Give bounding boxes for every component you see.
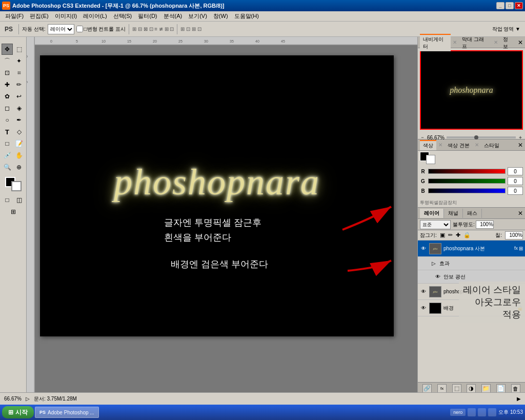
layer-eye-phoshopnara[interactable]: 👁 bbox=[420, 288, 427, 295]
menu-window[interactable]: 창(W) bbox=[210, 11, 231, 22]
distribute-controls: ⊞ ⊡ ⊞ ⊡ bbox=[180, 26, 201, 32]
layer-thumb-background bbox=[429, 303, 441, 314]
navigator-close[interactable]: ✕ bbox=[518, 39, 523, 46]
menu-view[interactable]: 보기(V) bbox=[185, 11, 210, 22]
layer-item-outer-glow[interactable]: 👁 안보 광선 bbox=[418, 270, 525, 284]
scroll-right[interactable]: ▶ bbox=[517, 396, 521, 402]
brush-tool[interactable]: ✏ bbox=[13, 79, 25, 90]
svg-text:45: 45 bbox=[281, 39, 285, 43]
layer-eye-effect-group[interactable]: ▷ bbox=[430, 260, 437, 267]
menu-analysis[interactable]: 분석(A) bbox=[160, 11, 186, 22]
text-tool[interactable]: T bbox=[2, 126, 13, 137]
navigator-tab[interactable]: 내비게이터 bbox=[420, 34, 451, 51]
color-swatches[interactable] bbox=[5, 177, 22, 191]
dodge-tool[interactable]: ○ bbox=[2, 114, 13, 126]
quickmask-mode[interactable]: ◫ bbox=[13, 194, 25, 206]
minimize-button[interactable]: _ bbox=[496, 2, 504, 9]
standard-mode[interactable]: □ bbox=[2, 194, 13, 206]
color-panel-close[interactable]: ✕ bbox=[518, 142, 523, 149]
maximize-button[interactable]: □ bbox=[506, 2, 514, 9]
lasso-tool[interactable]: ⌒ bbox=[2, 55, 13, 67]
heal-tool[interactable]: ✚ bbox=[2, 79, 13, 90]
b-slider[interactable] bbox=[428, 188, 506, 193]
layer-eye-copy[interactable]: 👁 bbox=[420, 245, 427, 252]
menu-edit[interactable]: 편집(E) bbox=[27, 11, 52, 22]
b-value[interactable]: 0 bbox=[508, 187, 523, 195]
layers-tabs: 레이어 채널 패스 bbox=[420, 209, 482, 218]
hand-tool[interactable]: ✋ bbox=[13, 150, 25, 161]
link-layers-btn[interactable]: 🔗 bbox=[422, 384, 432, 393]
styles-tab[interactable]: 스타일 bbox=[481, 140, 502, 150]
stamp-tool[interactable]: ✿ bbox=[2, 91, 13, 102]
wand-tool[interactable]: ✦ bbox=[13, 55, 25, 67]
crop-tool[interactable]: ⊡ bbox=[2, 67, 13, 78]
delete-layer-btn[interactable]: 🗑 bbox=[511, 384, 520, 393]
background-color[interactable] bbox=[11, 181, 22, 191]
shape-tool[interactable]: □ bbox=[2, 138, 13, 149]
opacity-input[interactable] bbox=[476, 221, 494, 229]
swatches-tab[interactable]: 색상 견본 bbox=[445, 140, 473, 150]
layer-item-background[interactable]: 👁 배경 🔒 bbox=[418, 300, 525, 316]
workspace-btn[interactable]: 작업 영역 ▼ bbox=[490, 24, 523, 34]
background-swatch[interactable] bbox=[426, 155, 435, 164]
g-slider[interactable] bbox=[428, 178, 506, 184]
new-layer-btn[interactable]: 📄 bbox=[496, 384, 506, 393]
r-value[interactable]: 0 bbox=[508, 167, 523, 175]
move-tool[interactable]: ✥ bbox=[2, 44, 13, 55]
channels-tab[interactable]: 채널 bbox=[444, 209, 463, 218]
info-tab[interactable]: 정보 bbox=[500, 34, 516, 51]
notes-tool[interactable]: 📝 bbox=[13, 138, 25, 149]
layer-item-phoshopnara[interactable]: 👁 pho phoshopnara bbox=[418, 284, 525, 300]
lock-transparent[interactable]: ▣ bbox=[440, 232, 445, 238]
path-tool[interactable]: ◇ bbox=[13, 126, 25, 137]
menu-image[interactable]: 이미지(I) bbox=[52, 11, 80, 22]
r-slider[interactable] bbox=[428, 169, 506, 174]
fg-bg-swatches[interactable] bbox=[420, 152, 435, 164]
marquee-tool[interactable]: ⬚ bbox=[13, 44, 25, 55]
lock-image[interactable]: ✏ bbox=[448, 232, 453, 238]
g-value[interactable]: 0 bbox=[508, 177, 523, 185]
layer-item-copy[interactable]: 👁 pho phoshopnara 사본 fx ⊞ bbox=[418, 241, 525, 257]
taskbar-photoshop[interactable]: PS Adobe Photoshop ... bbox=[35, 407, 99, 418]
window-controls[interactable]: _ □ ✕ bbox=[496, 2, 523, 9]
auto-select-dropdown[interactable]: 레이어 bbox=[48, 24, 74, 34]
history-tool[interactable]: ↩ bbox=[13, 91, 25, 102]
eraser-tool[interactable]: ◻ bbox=[2, 103, 13, 114]
zoom-slider[interactable] bbox=[447, 136, 516, 138]
menu-help[interactable]: 도움말(H) bbox=[231, 11, 262, 22]
lock-all[interactable]: 🔒 bbox=[463, 232, 471, 238]
menu-file[interactable]: 파일(F) bbox=[2, 11, 27, 22]
histogram-tab[interactable]: 막대 그래프 bbox=[459, 34, 491, 51]
layers-close[interactable]: ✕ bbox=[518, 210, 523, 217]
extra-tool[interactable]: ⊕ bbox=[13, 162, 25, 173]
zoom-tool[interactable]: 🔍 bbox=[2, 162, 13, 173]
layers-tab[interactable]: 레이어 bbox=[420, 209, 444, 218]
layer-item-effect-group[interactable]: ▷ 효과 bbox=[418, 257, 525, 270]
transform-controls-checkbox[interactable] bbox=[76, 26, 83, 32]
eyedropper-tool[interactable]: 💉 bbox=[2, 150, 13, 161]
paths-tab[interactable]: 패스 bbox=[463, 209, 482, 218]
add-style-btn[interactable]: fx bbox=[437, 384, 447, 393]
start-button[interactable]: ⊞ 시작 bbox=[2, 406, 34, 418]
layer-eye-outer-glow[interactable]: 👁 bbox=[434, 273, 441, 281]
new-adjustment-btn[interactable]: ◑ bbox=[467, 384, 476, 393]
menu-filter[interactable]: 필터(D) bbox=[135, 11, 160, 22]
zoom-thumb[interactable] bbox=[474, 135, 478, 139]
pen-tool[interactable]: ✒ bbox=[13, 114, 25, 126]
close-button[interactable]: ✕ bbox=[515, 2, 523, 9]
layer-eye-background[interactable]: 👁 bbox=[420, 305, 427, 312]
menu-select[interactable]: 선택(S) bbox=[110, 11, 135, 22]
fill-input[interactable] bbox=[505, 231, 523, 239]
slice-tool[interactable]: ⌗ bbox=[13, 67, 25, 78]
color-tab[interactable]: 색상 bbox=[420, 140, 436, 150]
add-mask-btn[interactable]: ⬚ bbox=[452, 384, 461, 393]
new-group-btn[interactable]: 📁 bbox=[481, 384, 491, 393]
lock-position[interactable]: ✚ bbox=[456, 232, 460, 238]
fx-icon[interactable]: fx bbox=[514, 246, 518, 251]
menu-layer[interactable]: 레이어(L) bbox=[80, 11, 110, 22]
transform-controls-label[interactable]: □변형 컨트롤 표시 bbox=[76, 26, 126, 33]
fill-tool[interactable]: ◈ bbox=[13, 103, 25, 114]
blend-mode-select[interactable]: 표준 bbox=[420, 220, 451, 229]
screen-mode[interactable]: ⊞ bbox=[8, 206, 19, 217]
tool-options-btn[interactable]: PS bbox=[2, 24, 15, 34]
